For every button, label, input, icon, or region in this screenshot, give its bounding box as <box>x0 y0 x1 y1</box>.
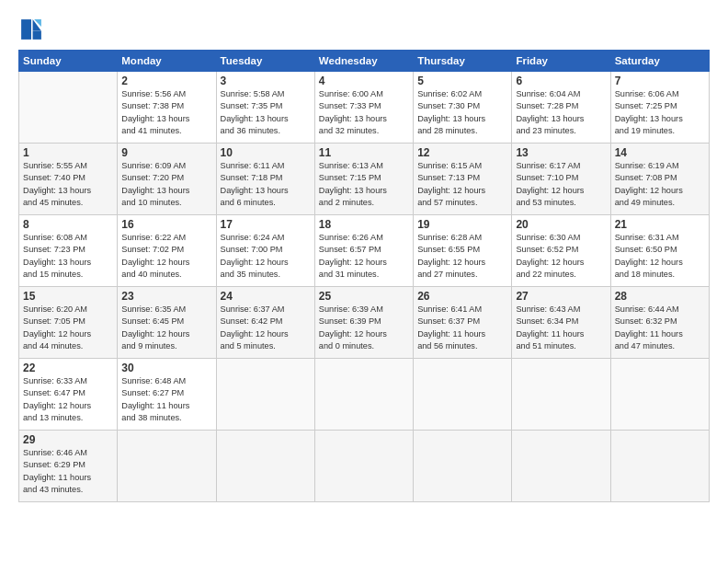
day-header-row: SundayMondayTuesdayWednesdayThursdayFrid… <box>19 51 710 72</box>
day-info: Sunrise: 5:55 AM Sunset: 7:40 PM Dayligh… <box>23 160 113 209</box>
calendar-cell: 28Sunrise: 6:44 AM Sunset: 6:32 PM Dayli… <box>610 287 709 359</box>
day-header-tuesday: Tuesday <box>216 51 314 72</box>
day-info: Sunrise: 6:09 AM Sunset: 7:20 PM Dayligh… <box>121 160 211 209</box>
day-number: 7 <box>615 75 705 87</box>
day-header-wednesday: Wednesday <box>314 51 413 72</box>
week-row-1: 1Sunrise: 5:55 AM Sunset: 7:40 PM Daylig… <box>19 144 710 215</box>
week-row-2: 8Sunrise: 6:08 AM Sunset: 7:23 PM Daylig… <box>19 215 710 287</box>
day-header-sunday: Sunday <box>19 51 118 72</box>
logo <box>18 17 48 42</box>
page: SundayMondayTuesdayWednesdayThursdayFrid… <box>0 0 728 563</box>
day-number: 29 <box>23 433 113 446</box>
day-info: Sunrise: 6:33 AM Sunset: 6:47 PM Dayligh… <box>23 375 113 424</box>
day-number: 8 <box>23 218 113 231</box>
calendar-cell <box>414 359 512 431</box>
day-number: 17 <box>221 218 311 231</box>
day-info: Sunrise: 6:06 AM Sunset: 7:25 PM Dayligh… <box>615 88 705 137</box>
day-header-monday: Monday <box>118 51 216 72</box>
day-info: Sunrise: 6:37 AM Sunset: 6:42 PM Dayligh… <box>221 304 311 352</box>
day-number: 24 <box>221 290 311 303</box>
day-info: Sunrise: 6:48 AM Sunset: 6:27 PM Dayligh… <box>121 375 211 424</box>
day-number: 16 <box>121 218 211 231</box>
day-number: 27 <box>516 290 606 303</box>
day-info: Sunrise: 6:24 AM Sunset: 7:00 PM Dayligh… <box>221 232 311 281</box>
day-number: 20 <box>516 218 606 231</box>
day-number: 23 <box>121 290 211 303</box>
day-info: Sunrise: 6:43 AM Sunset: 6:34 PM Dayligh… <box>516 304 606 352</box>
calendar-cell: 19Sunrise: 6:28 AM Sunset: 6:55 PM Dayli… <box>414 215 512 287</box>
day-info: Sunrise: 5:56 AM Sunset: 7:38 PM Dayligh… <box>121 88 211 137</box>
calendar-cell: 20Sunrise: 6:30 AM Sunset: 6:52 PM Dayli… <box>512 215 610 287</box>
calendar-cell: 22Sunrise: 6:33 AM Sunset: 6:47 PM Dayli… <box>19 359 118 431</box>
svg-marker-2 <box>33 31 41 40</box>
week-row-5: 29Sunrise: 6:46 AM Sunset: 6:29 PM Dayli… <box>19 431 710 502</box>
day-info: Sunrise: 6:19 AM Sunset: 7:08 PM Dayligh… <box>615 160 705 209</box>
day-info: Sunrise: 6:08 AM Sunset: 7:23 PM Dayligh… <box>23 232 113 281</box>
day-info: Sunrise: 6:30 AM Sunset: 6:52 PM Dayligh… <box>516 232 606 281</box>
calendar-cell: 16Sunrise: 6:22 AM Sunset: 7:02 PM Dayli… <box>118 215 216 287</box>
week-row-0: 2Sunrise: 5:56 AM Sunset: 7:38 PM Daylig… <box>19 72 710 144</box>
calendar-cell: 27Sunrise: 6:43 AM Sunset: 6:34 PM Dayli… <box>512 287 610 359</box>
svg-rect-3 <box>21 19 31 40</box>
calendar-cell: 29Sunrise: 6:46 AM Sunset: 6:29 PM Dayli… <box>19 431 118 502</box>
day-number: 14 <box>615 146 705 159</box>
calendar-cell: 13Sunrise: 6:17 AM Sunset: 7:10 PM Dayli… <box>512 144 610 215</box>
calendar-cell: 17Sunrise: 6:24 AM Sunset: 7:00 PM Dayli… <box>216 215 314 287</box>
calendar-cell <box>610 359 709 431</box>
calendar-cell: 24Sunrise: 6:37 AM Sunset: 6:42 PM Dayli… <box>216 287 314 359</box>
day-header-thursday: Thursday <box>414 51 512 72</box>
day-number: 26 <box>417 290 507 303</box>
calendar-cell: 25Sunrise: 6:39 AM Sunset: 6:39 PM Dayli… <box>314 287 413 359</box>
day-number: 3 <box>221 75 311 87</box>
calendar-cell: 3Sunrise: 5:58 AM Sunset: 7:35 PM Daylig… <box>216 72 314 144</box>
day-info: Sunrise: 6:44 AM Sunset: 6:32 PM Dayligh… <box>615 304 705 352</box>
day-info: Sunrise: 6:20 AM Sunset: 7:05 PM Dayligh… <box>23 304 113 352</box>
day-info: Sunrise: 6:28 AM Sunset: 6:55 PM Dayligh… <box>417 232 507 281</box>
calendar-cell: 9Sunrise: 6:09 AM Sunset: 7:20 PM Daylig… <box>118 144 216 215</box>
calendar-cell: 8Sunrise: 6:08 AM Sunset: 7:23 PM Daylig… <box>19 215 118 287</box>
calendar-cell <box>118 431 216 502</box>
calendar-cell: 12Sunrise: 6:15 AM Sunset: 7:13 PM Dayli… <box>414 144 512 215</box>
day-info: Sunrise: 6:15 AM Sunset: 7:13 PM Dayligh… <box>417 160 507 209</box>
day-info: Sunrise: 6:41 AM Sunset: 6:37 PM Dayligh… <box>417 304 507 352</box>
day-info: Sunrise: 6:17 AM Sunset: 7:10 PM Dayligh… <box>516 160 606 209</box>
calendar-cell: 18Sunrise: 6:26 AM Sunset: 6:57 PM Dayli… <box>314 215 413 287</box>
day-info: Sunrise: 6:13 AM Sunset: 7:15 PM Dayligh… <box>319 160 409 209</box>
calendar-cell: 23Sunrise: 6:35 AM Sunset: 6:45 PM Dayli… <box>118 287 216 359</box>
calendar-cell: 2Sunrise: 5:56 AM Sunset: 7:38 PM Daylig… <box>118 72 216 144</box>
day-info: Sunrise: 6:39 AM Sunset: 6:39 PM Dayligh… <box>319 304 409 352</box>
calendar-cell: 11Sunrise: 6:13 AM Sunset: 7:15 PM Dayli… <box>314 144 413 215</box>
day-info: Sunrise: 6:04 AM Sunset: 7:28 PM Dayligh… <box>516 88 606 137</box>
calendar-cell <box>414 431 512 502</box>
calendar-cell: 1Sunrise: 5:55 AM Sunset: 7:40 PM Daylig… <box>19 144 118 215</box>
calendar-cell: 6Sunrise: 6:04 AM Sunset: 7:28 PM Daylig… <box>512 72 610 144</box>
calendar-body: 2Sunrise: 5:56 AM Sunset: 7:38 PM Daylig… <box>19 72 710 502</box>
day-info: Sunrise: 6:11 AM Sunset: 7:18 PM Dayligh… <box>221 160 311 209</box>
calendar-cell <box>314 431 413 502</box>
calendar-cell: 30Sunrise: 6:48 AM Sunset: 6:27 PM Dayli… <box>118 359 216 431</box>
week-row-4: 22Sunrise: 6:33 AM Sunset: 6:47 PM Dayli… <box>19 359 710 431</box>
calendar-cell <box>216 359 314 431</box>
header <box>18 17 710 42</box>
day-info: Sunrise: 6:46 AM Sunset: 6:29 PM Dayligh… <box>23 447 113 496</box>
day-number: 5 <box>417 75 507 87</box>
calendar-cell <box>512 431 610 502</box>
day-number: 18 <box>319 218 409 231</box>
day-info: Sunrise: 6:22 AM Sunset: 7:02 PM Dayligh… <box>121 232 211 281</box>
calendar-cell: 14Sunrise: 6:19 AM Sunset: 7:08 PM Dayli… <box>610 144 709 215</box>
calendar-cell: 7Sunrise: 6:06 AM Sunset: 7:25 PM Daylig… <box>610 72 709 144</box>
day-info: Sunrise: 6:31 AM Sunset: 6:50 PM Dayligh… <box>615 232 705 281</box>
day-info: Sunrise: 6:35 AM Sunset: 6:45 PM Dayligh… <box>121 304 211 352</box>
calendar-table: SundayMondayTuesdayWednesdayThursdayFrid… <box>18 50 710 502</box>
week-row-3: 15Sunrise: 6:20 AM Sunset: 7:05 PM Dayli… <box>19 287 710 359</box>
calendar-cell: 26Sunrise: 6:41 AM Sunset: 6:37 PM Dayli… <box>414 287 512 359</box>
day-number: 10 <box>221 146 311 159</box>
logo-icon <box>18 17 44 42</box>
calendar-cell <box>610 431 709 502</box>
day-number: 28 <box>615 290 705 303</box>
day-number: 6 <box>516 75 606 87</box>
day-number: 13 <box>516 146 606 159</box>
day-info: Sunrise: 6:26 AM Sunset: 6:57 PM Dayligh… <box>319 232 409 281</box>
day-number: 1 <box>23 146 113 159</box>
calendar-cell <box>216 431 314 502</box>
